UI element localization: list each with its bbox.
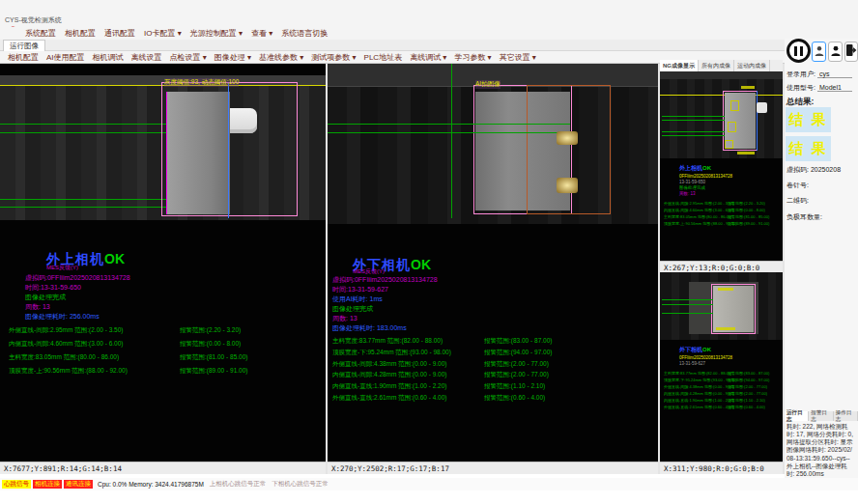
measurement-text: 主料宽度:83.77mm 范围:(82.00 - 88.00) xyxy=(664,371,731,376)
model-value[interactable]: Model1 xyxy=(817,84,852,92)
measurement-text: 外侧直线-直线:2.61mm 范围:(0.60 - 4.00) xyxy=(332,394,446,401)
thumb-barcode-line: 0FFIiim2025020813134728 xyxy=(679,355,732,360)
ai-capture-label: AI拍图像 xyxy=(475,80,500,89)
toolbar-offline-debug[interactable]: 离线调试 ▾ xyxy=(410,52,446,63)
alarm-range-text: 报警范围:(0.00 - 8.00) xyxy=(180,340,241,349)
lower-camera-heartbeat-status: 下相机心跳信号正常 xyxy=(272,480,329,489)
window-title: CYS-视觉检测系统 xyxy=(5,15,62,25)
upper-camera-heartbeat-status: 上相机心跳信号正常 xyxy=(210,480,267,489)
measurement-text: 外侧直线-间隙:2.95mm 范围:(2.00 - 3.50) xyxy=(9,326,123,333)
measurement-text: 内侧直线-间隙:4.28mm 范围:(0.00 - 9.00) xyxy=(664,391,734,396)
camera-link-badge: 相机连接 xyxy=(33,480,62,489)
toolbar-camera-config[interactable]: 相机配置 xyxy=(8,52,39,63)
thumb-measurement-row: 顶膜宽度-下:95.24mm 范围:(93.00 - 98.00)报警范围:(9… xyxy=(664,378,737,382)
menu-item-io-config[interactable]: IO卡配置 ▾ xyxy=(144,28,182,39)
measurement-row: 主料宽度:83.05mm 范围:(80.00 - 86.00)报警范围:(81.… xyxy=(9,353,119,362)
yellow-reference-line xyxy=(660,95,783,96)
green-measure-line xyxy=(662,313,713,314)
left-camera-view[interactable]: 灰度阈值:93, 动态阈值:100 外上相机OK MES反馈(Y) 虚拟码:0F… xyxy=(0,64,326,462)
menu-item-view[interactable]: 查看 ▾ xyxy=(251,28,272,39)
measurement-text: 外侧直线-间隙:4.38mm 范围:(0.00 - 9.00) xyxy=(664,384,734,389)
photo-top-band xyxy=(660,71,783,79)
toolbar-image-processing[interactable]: 图像处理 ▾ xyxy=(214,52,251,63)
thumb-measurement-row: 外侧直线-间隙:2.95mm 范围:(2.00 - 3.50)报警范围:(2.2… xyxy=(664,201,734,206)
alarm-range-text: 报警范围:(0.00 - 8.00) xyxy=(728,208,765,212)
green-measure-line xyxy=(328,132,570,133)
measurement-row: 内侧直线-间隙:4.28mm 范围:(0.00 - 9.00)报警范围:(2.0… xyxy=(332,371,446,379)
control-panel: 登录用户: cys 使用型号: Model1 总结果: 结 果 结 果 虚拟码:… xyxy=(785,39,858,478)
measurement-row: 外侧直线-直线:2.61mm 范围:(0.60 - 4.00)报警范围:(0.6… xyxy=(332,394,446,403)
battery-cell-region xyxy=(713,286,754,332)
measurement-text: 内侧直线-间隙:4.60mm 范围:(3.00 - 6.00) xyxy=(9,340,123,347)
cycle-count-line: 周数: 13 xyxy=(332,314,358,323)
orange-roi-box xyxy=(527,85,611,214)
toolbar-other-settings[interactable]: 其它设置 ▾ xyxy=(500,52,536,63)
barcode-line: 虚拟码:0FFIiim2025020813134728 xyxy=(25,273,130,283)
gold-contact-glint xyxy=(557,131,578,145)
thumb-time-line: 13-31-59-650 xyxy=(679,180,705,184)
camera-name-label: 外下相机 xyxy=(679,347,702,352)
thumb-photo xyxy=(660,272,783,340)
model-row: 使用型号: Model1 xyxy=(786,83,852,93)
alarm-range-text: 报警范围:(83.00 - 87.00) xyxy=(728,371,769,376)
tab-run-image[interactable]: 运行图像 xyxy=(3,40,45,51)
status-bar: 心跳信号 相机连接 通讯连接 Cpu: 0.0% Memory: 3424.41… xyxy=(0,478,858,490)
menu-item-camera-config[interactable]: 相机配置 xyxy=(65,28,96,39)
login-user-value[interactable]: cys xyxy=(817,70,852,78)
connector-tab xyxy=(757,102,767,113)
menu-item-system-config[interactable]: 系统配置 xyxy=(25,28,56,39)
menu-item-light-config[interactable]: 光源控制配置 ▾ xyxy=(190,28,243,39)
title-bar: CYS-视觉检测系统 xyxy=(0,0,858,27)
toolbar-offline-settings[interactable]: 离线设置 xyxy=(131,52,162,63)
alarm-range-text: 报警范围:(89.00 - 91.00) xyxy=(180,367,247,376)
ai-elapsed-line: 使用AI耗时: 1ms xyxy=(332,294,383,304)
green-measure-line xyxy=(662,116,725,117)
second-thumbnail-view[interactable]: 外下相机OK 0FFIiim2025020813134728 13-31-59-… xyxy=(660,272,783,462)
toolbar-baseline-params[interactable]: 基准线参数 ▾ xyxy=(259,52,303,63)
elapsed-line: 图像处理耗时: 183.00ms xyxy=(332,323,407,333)
alarm-range-text: 报警范围:(94.00 - 97.00) xyxy=(728,378,769,382)
ng-thumbnail-view[interactable]: 外上相机OK 0FFIiim2025020813134728 13-31-59-… xyxy=(660,71,783,261)
alarm-range-text: 报警范围:(83.00 - 87.00) xyxy=(484,337,552,346)
alarm-range-text: 报警范围:(94.00 - 97.00) xyxy=(484,349,552,357)
menu-item-comm-config[interactable]: 通讯配置 xyxy=(104,28,135,39)
main-area: 灰度阈值:93, 动态阈值:100 外上相机OK MES反馈(Y) 虚拟码:0F… xyxy=(0,64,858,474)
camera-name-label: 外上相机 xyxy=(679,165,702,171)
yellow-label-mark xyxy=(718,288,733,291)
measurement-text: 内侧直线-间隙:4.60mm 范围:(3.00 - 6.00) xyxy=(664,208,734,212)
user-icon xyxy=(815,43,824,61)
admin-login-button[interactable] xyxy=(828,42,843,62)
pause-button[interactable] xyxy=(786,39,811,63)
toolbar-spot-check[interactable]: 点检设置 ▾ xyxy=(170,52,207,63)
tab-ng-display[interactable]: NG成像显示 xyxy=(660,60,699,71)
toolbar-plc-address-table[interactable]: PLC地址表 xyxy=(364,52,403,63)
alarm-range-text: 报警范围:(2.20 - 3.20) xyxy=(728,201,765,206)
alarm-range-text: 报警范围:(1.10 - 2.10) xyxy=(484,382,545,391)
toolbar-learning-params[interactable]: 学习参数 ▾ xyxy=(454,52,491,63)
middle-camera-view[interactable]: AI拍图像 外下相机OK MES反馈(Y) 虚拟码:0FFIiim2025020… xyxy=(328,64,658,462)
threshold-overlay-label: 灰度阈值:93, 动态阈值:100 xyxy=(164,78,239,87)
tab-alarm-log[interactable]: 报警日志 xyxy=(809,411,833,421)
yellow-label-mark xyxy=(737,152,755,154)
middle-cursor-status: X:270;Y:2502;R:17;G:17;B:17 xyxy=(328,462,658,474)
green-measure-line xyxy=(662,135,725,136)
tab-motion-images[interactable]: 运动内成像 xyxy=(734,60,770,71)
battery-cell-region xyxy=(166,92,230,214)
tab-operation-log[interactable]: 操作日志 xyxy=(834,411,858,421)
result-ok-label: OK xyxy=(702,347,711,352)
elapsed-line: 图像处理耗时: 256.00ms xyxy=(25,312,100,322)
measurement-text: 外侧直线-直线:2.61mm 范围:(0.60 - 4.00) xyxy=(664,405,734,409)
operator-login-button[interactable] xyxy=(812,42,826,62)
tab-run-log[interactable]: 运行日志 xyxy=(785,411,809,421)
user-filled-icon xyxy=(831,43,841,61)
alarm-range-text: 报警范围:(0.60 - 4.00) xyxy=(728,405,765,409)
exit-button[interactable] xyxy=(844,42,858,62)
toolbar-test-params[interactable]: 测试项参数 ▾ xyxy=(311,52,356,63)
toolbar-camera-debug[interactable]: 相机调试 xyxy=(93,52,124,63)
thumb-measurement-row: 主料宽度:83.77mm 范围:(82.00 - 88.00)报警范围:(83.… xyxy=(664,371,731,376)
tab-all-images[interactable]: 所有内成像 xyxy=(699,60,734,71)
toolbar-ai-usage-config[interactable]: AI使用配置 xyxy=(46,52,85,63)
alarm-range-text: 报警范围:(2.00 - 77.00) xyxy=(484,371,549,379)
menu-item-language-switch[interactable]: 系统语言切换 xyxy=(281,28,328,39)
alarm-range-text: 报警范围:(2.20 - 3.20) xyxy=(180,326,241,335)
